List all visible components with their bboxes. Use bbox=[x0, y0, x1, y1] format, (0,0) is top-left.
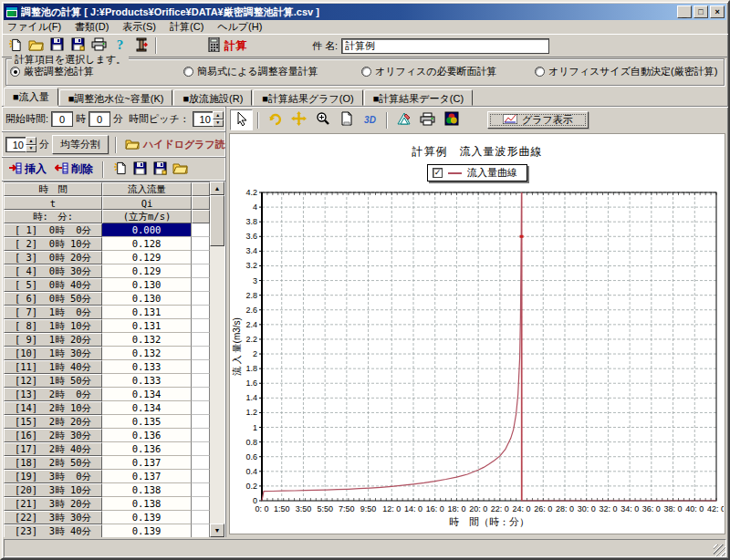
cell-inflow[interactable]: 0.133 bbox=[102, 360, 192, 374]
radio-option-1[interactable]: 簡易式による調整容量計算 bbox=[183, 65, 361, 78]
cell-inflow[interactable]: 0.133 bbox=[102, 374, 192, 388]
chart-tool-image-button[interactable] bbox=[440, 109, 463, 130]
grid-new-button[interactable] bbox=[110, 161, 129, 179]
cell-inflow[interactable]: 0.138 bbox=[102, 497, 192, 511]
tab-0[interactable]: ■流入量 bbox=[4, 88, 58, 106]
radio-option-2[interactable]: オリフィスの必要断面計算 bbox=[361, 65, 535, 78]
scrollbar-track[interactable] bbox=[210, 195, 224, 524]
scroll-up-button[interactable]: ▲ bbox=[210, 181, 224, 195]
cell-inflow[interactable]: 0.139 bbox=[102, 524, 192, 537]
chart-tool-pan-button[interactable] bbox=[287, 109, 310, 130]
menu-item-1[interactable]: 書類(D) bbox=[73, 20, 115, 34]
cell-inflow[interactable]: 0.129 bbox=[102, 251, 192, 264]
row-header-time[interactable]: [16] 2時 30分 bbox=[4, 429, 102, 442]
menu-item-4[interactable]: ヘルプ(H) bbox=[215, 20, 268, 34]
row-header-time[interactable]: [11] 1時 40分 bbox=[4, 360, 102, 374]
insert-row-button[interactable]: 挿入 bbox=[5, 161, 49, 178]
row-header-time[interactable]: [18] 2時 50分 bbox=[4, 456, 102, 470]
cell-inflow[interactable]: 0.131 bbox=[102, 306, 192, 319]
start-minute-input[interactable] bbox=[89, 111, 110, 127]
pitch-input[interactable] bbox=[193, 111, 213, 127]
scroll-down-button[interactable]: ▼ bbox=[210, 524, 224, 537]
maximize-button[interactable]: □ bbox=[694, 5, 708, 18]
row-header-time[interactable]: [19] 3時 0分 bbox=[4, 470, 102, 483]
row-header-time[interactable]: [ 8] 1時 10分 bbox=[4, 319, 102, 333]
tab-3[interactable]: ■計算結果グラフ(O) bbox=[253, 89, 362, 106]
grid-open-button[interactable] bbox=[171, 161, 189, 179]
calculate-button[interactable]: 計算 bbox=[203, 36, 252, 56]
cell-inflow[interactable]: 0.130 bbox=[102, 292, 192, 306]
cell-inflow[interactable]: 0.135 bbox=[102, 415, 192, 429]
titlebar[interactable]: 調整池の計算 [ J:¥Products¥Orifice¥DATA¥厳密調整池計… bbox=[4, 4, 726, 20]
cell-inflow[interactable]: 0.129 bbox=[102, 264, 192, 278]
equal-split-button[interactable]: 均等分割 bbox=[52, 135, 109, 154]
cell-inflow[interactable]: 0.139 bbox=[102, 511, 192, 524]
cell-inflow[interactable]: 0.137 bbox=[102, 456, 192, 470]
row-header-time[interactable]: [ 4] 0時 30分 bbox=[4, 264, 102, 278]
split-input[interactable] bbox=[5, 137, 26, 152]
cell-inflow[interactable]: 0.134 bbox=[102, 388, 192, 401]
row-header-time[interactable]: [15] 2時 20分 bbox=[4, 415, 102, 429]
row-header-time[interactable]: [10] 1時 30分 bbox=[4, 347, 102, 360]
chart-tool-edit-button[interactable] bbox=[392, 109, 415, 130]
chart-tool-3d-button[interactable]: 3D bbox=[359, 109, 381, 130]
row-header-time[interactable]: [ 6] 0時 50分 bbox=[4, 292, 102, 306]
chart-tool-print-button[interactable] bbox=[416, 109, 439, 130]
row-header-time[interactable]: [17] 2時 40分 bbox=[4, 442, 102, 456]
graph-display-button[interactable]: グラフ表示 bbox=[487, 111, 589, 129]
tab-2[interactable]: ■放流施設(R) bbox=[173, 89, 252, 106]
row-header-time[interactable]: [ 1] 0時 0分 bbox=[4, 223, 102, 237]
minimize-button[interactable]: _ bbox=[677, 5, 692, 18]
row-header-time[interactable]: [ 9] 1時 20分 bbox=[4, 333, 102, 347]
chart-tool-zoom-button[interactable] bbox=[311, 109, 334, 130]
row-header-time[interactable]: [ 3] 0時 20分 bbox=[4, 251, 102, 264]
cell-inflow[interactable]: 0.137 bbox=[102, 470, 192, 483]
row-header-time[interactable]: [ 5] 0時 40分 bbox=[4, 278, 102, 292]
cell-inflow[interactable]: 0.132 bbox=[102, 347, 192, 360]
row-header-time[interactable]: [13] 2時 0分 bbox=[4, 388, 102, 401]
cell-inflow[interactable]: 0.130 bbox=[102, 278, 192, 292]
row-header-time[interactable]: [ 7] 1時 0分 bbox=[4, 306, 102, 319]
menu-item-0[interactable]: ファイル(F) bbox=[5, 20, 68, 34]
tab-1[interactable]: ■調整池水位~容量(K) bbox=[59, 89, 173, 106]
cell-inflow[interactable]: 0.131 bbox=[102, 319, 192, 333]
cell-inflow[interactable]: 0.138 bbox=[102, 483, 192, 497]
row-header-time[interactable]: [20] 3時 10分 bbox=[4, 483, 102, 497]
ytick-label: 3.4 bbox=[245, 246, 257, 255]
split-down-button[interactable]: ▼ bbox=[26, 145, 36, 153]
chart-tool-page-button[interactable] bbox=[335, 109, 358, 130]
row-header-time[interactable]: [14] 2時 10分 bbox=[4, 401, 102, 415]
cell-inflow[interactable]: 0.132 bbox=[102, 333, 192, 347]
row-header-time[interactable]: [ 2] 0時 10分 bbox=[4, 237, 102, 251]
menu-item-3[interactable]: 計算(C) bbox=[168, 20, 210, 34]
close-button[interactable]: × bbox=[710, 5, 725, 18]
row-header-time[interactable]: [23] 3時 40分 bbox=[4, 524, 102, 537]
radio-option-0[interactable]: 厳密調整池計算 bbox=[10, 65, 183, 78]
chart-tool-rotate-button[interactable] bbox=[264, 109, 287, 130]
cell-inflow[interactable]: 0.136 bbox=[102, 429, 192, 442]
grid-save-as-button[interactable] bbox=[151, 161, 169, 179]
cell-inflow[interactable]: 0.128 bbox=[102, 237, 192, 251]
tab-4[interactable]: ■計算結果データ(C) bbox=[364, 89, 473, 106]
chart-tool-select-button[interactable] bbox=[230, 109, 253, 130]
pitch-down-button[interactable]: ▼ bbox=[213, 119, 224, 128]
cell-inflow[interactable]: 0.134 bbox=[102, 401, 192, 415]
menu-item-2[interactable]: 表示(S) bbox=[120, 20, 162, 34]
row-header-time[interactable]: [21] 3時 20分 bbox=[4, 497, 102, 511]
cell-inflow[interactable]: 0.000 bbox=[102, 223, 192, 237]
cell-inflow[interactable]: 0.136 bbox=[102, 442, 192, 456]
radio-option-3[interactable]: オリフィスサイズ自動決定(厳密計算) bbox=[535, 65, 720, 78]
legend-checkbox[interactable]: ✓ bbox=[433, 168, 443, 178]
hydrograph-load-button[interactable]: ハイドログラフ読込(T) bbox=[123, 137, 226, 152]
split-up-button[interactable]: ▲ bbox=[26, 137, 36, 145]
pitch-up-button[interactable]: ▲ bbox=[213, 111, 224, 119]
resize-grip[interactable] bbox=[714, 544, 725, 556]
subject-input[interactable] bbox=[341, 38, 549, 54]
row-header-time[interactable]: [22] 3時 30分 bbox=[4, 511, 102, 524]
scrollbar-thumb[interactable] bbox=[210, 195, 224, 246]
delete-row-button[interactable]: 削除 bbox=[52, 161, 96, 178]
start-hour-input[interactable] bbox=[51, 111, 73, 127]
grid-save-button[interactable] bbox=[130, 161, 149, 179]
row-header-time[interactable]: [12] 1時 50分 bbox=[4, 374, 102, 388]
exit-button[interactable] bbox=[130, 36, 151, 56]
